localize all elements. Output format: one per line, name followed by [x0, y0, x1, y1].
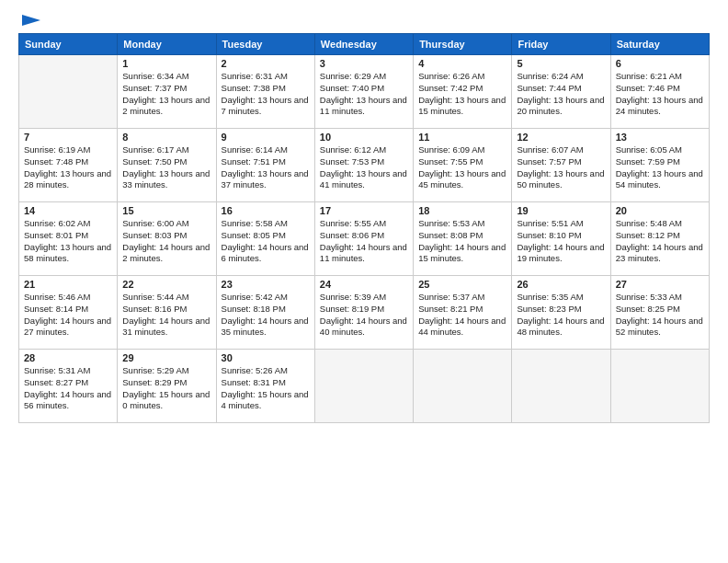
sunset-text: Sunset: 7:59 PM	[616, 156, 704, 168]
day-number: 14	[24, 205, 112, 216]
calendar-cell: 30 Sunrise: 5:26 AM Sunset: 8:31 PM Dayl…	[216, 350, 314, 423]
calendar-cell: 20 Sunrise: 5:48 AM Sunset: 8:12 PM Dayl…	[610, 202, 709, 276]
day-number: 11	[418, 132, 506, 143]
page: Sunday Monday Tuesday Wednesday Thursday…	[0, 0, 728, 563]
sunrise-text: Sunrise: 5:46 AM	[24, 292, 112, 304]
sunset-text: Sunset: 8:16 PM	[122, 304, 210, 316]
calendar-cell: 1 Sunrise: 6:34 AM Sunset: 7:37 PM Dayli…	[118, 55, 216, 129]
sunset-text: Sunset: 7:51 PM	[222, 156, 310, 168]
calendar-cell: 5 Sunrise: 6:24 AM Sunset: 7:44 PM Dayli…	[512, 55, 610, 129]
calendar: Sunday Monday Tuesday Wednesday Thursday…	[18, 33, 710, 423]
calendar-cell: 27 Sunrise: 5:33 AM Sunset: 8:25 PM Dayl…	[610, 276, 709, 350]
sunrise-text: Sunrise: 6:07 AM	[517, 144, 605, 156]
sunrise-text: Sunrise: 6:02 AM	[24, 218, 112, 230]
day-number: 18	[418, 205, 506, 216]
calendar-cell: 2 Sunrise: 6:31 AM Sunset: 7:38 PM Dayli…	[216, 55, 314, 129]
day-number: 25	[418, 279, 506, 290]
daylight-text: Daylight: 14 hours and 40 minutes.	[320, 316, 408, 339]
day-number: 21	[24, 279, 112, 290]
calendar-cell: 25 Sunrise: 5:37 AM Sunset: 8:21 PM Dayl…	[414, 276, 512, 350]
sunset-text: Sunset: 8:03 PM	[122, 230, 210, 242]
sunrise-text: Sunrise: 6:09 AM	[418, 144, 506, 156]
sunrise-text: Sunrise: 5:42 AM	[222, 292, 310, 304]
sunrise-text: Sunrise: 5:33 AM	[616, 292, 704, 304]
day-number: 6	[616, 58, 704, 69]
day-number: 3	[320, 58, 408, 69]
sunrise-text: Sunrise: 5:26 AM	[222, 365, 310, 377]
daylight-text: Daylight: 14 hours and 35 minutes.	[222, 316, 310, 339]
sunrise-text: Sunrise: 6:21 AM	[616, 71, 704, 83]
calendar-cell: 9 Sunrise: 6:14 AM Sunset: 7:51 PM Dayli…	[216, 129, 314, 202]
sunrise-text: Sunrise: 5:53 AM	[418, 218, 506, 230]
day-number: 23	[222, 279, 310, 290]
calendar-cell: 10 Sunrise: 6:12 AM Sunset: 7:53 PM Dayl…	[314, 129, 413, 202]
calendar-cell: 21 Sunrise: 5:46 AM Sunset: 8:14 PM Dayl…	[19, 276, 118, 350]
header-tuesday: Tuesday	[216, 34, 314, 55]
calendar-cell	[314, 350, 413, 423]
calendar-cell: 28 Sunrise: 5:31 AM Sunset: 8:27 PM Dayl…	[19, 350, 118, 423]
svg-marker-0	[22, 15, 40, 26]
calendar-cell: 24 Sunrise: 5:39 AM Sunset: 8:19 PM Dayl…	[314, 276, 413, 350]
sunrise-text: Sunrise: 6:29 AM	[320, 71, 408, 83]
sunset-text: Sunset: 8:31 PM	[222, 377, 310, 389]
sunset-text: Sunset: 7:42 PM	[418, 83, 506, 95]
calendar-cell: 7 Sunrise: 6:19 AM Sunset: 7:48 PM Dayli…	[19, 129, 118, 202]
calendar-cell	[512, 350, 610, 423]
daylight-text: Daylight: 13 hours and 15 minutes.	[418, 95, 506, 119]
sunset-text: Sunset: 8:27 PM	[24, 377, 112, 389]
calendar-cell: 18 Sunrise: 5:53 AM Sunset: 8:08 PM Dayl…	[414, 202, 512, 276]
sunrise-text: Sunrise: 6:19 AM	[24, 144, 112, 156]
calendar-cell: 12 Sunrise: 6:07 AM Sunset: 7:57 PM Dayl…	[512, 129, 610, 202]
sunset-text: Sunset: 8:25 PM	[616, 304, 704, 316]
day-number: 30	[222, 352, 310, 363]
daylight-text: Daylight: 14 hours and 48 minutes.	[517, 316, 605, 339]
calendar-cell	[610, 350, 709, 423]
day-number: 1	[122, 58, 210, 69]
day-number: 13	[616, 132, 704, 143]
daylight-text: Daylight: 14 hours and 27 minutes.	[24, 316, 112, 339]
daylight-text: Daylight: 14 hours and 2 minutes.	[122, 242, 210, 266]
sunset-text: Sunset: 8:05 PM	[222, 230, 310, 242]
day-number: 7	[24, 132, 112, 143]
calendar-cell	[414, 350, 512, 423]
day-number: 26	[517, 279, 605, 290]
daylight-text: Daylight: 14 hours and 23 minutes.	[616, 242, 704, 266]
calendar-cell: 19 Sunrise: 5:51 AM Sunset: 8:10 PM Dayl…	[512, 202, 610, 276]
header-saturday: Saturday	[610, 34, 709, 55]
header-friday: Friday	[512, 34, 610, 55]
daylight-text: Daylight: 15 hours and 4 minutes.	[222, 389, 310, 413]
sunset-text: Sunset: 8:29 PM	[122, 377, 210, 389]
daylight-text: Daylight: 13 hours and 7 minutes.	[222, 95, 310, 119]
daylight-text: Daylight: 13 hours and 33 minutes.	[122, 168, 210, 192]
sunrise-text: Sunrise: 5:51 AM	[517, 218, 605, 230]
sunrise-text: Sunrise: 6:17 AM	[122, 144, 210, 156]
day-number: 5	[517, 58, 605, 69]
calendar-week-row: 14 Sunrise: 6:02 AM Sunset: 8:01 PM Dayl…	[19, 202, 710, 276]
sunset-text: Sunset: 8:18 PM	[222, 304, 310, 316]
daylight-text: Daylight: 13 hours and 28 minutes.	[24, 168, 112, 192]
sunrise-text: Sunrise: 5:37 AM	[418, 292, 506, 304]
daylight-text: Daylight: 13 hours and 20 minutes.	[517, 95, 605, 119]
daylight-text: Daylight: 13 hours and 24 minutes.	[616, 95, 704, 119]
calendar-week-row: 7 Sunrise: 6:19 AM Sunset: 7:48 PM Dayli…	[19, 129, 710, 202]
sunrise-text: Sunrise: 6:34 AM	[122, 71, 210, 83]
calendar-header-row: Sunday Monday Tuesday Wednesday Thursday…	[19, 34, 710, 55]
calendar-cell: 16 Sunrise: 5:58 AM Sunset: 8:05 PM Dayl…	[216, 202, 314, 276]
calendar-cell: 14 Sunrise: 6:02 AM Sunset: 8:01 PM Dayl…	[19, 202, 118, 276]
sunset-text: Sunset: 7:46 PM	[616, 83, 704, 95]
sunset-text: Sunset: 8:14 PM	[24, 304, 112, 316]
calendar-cell: 13 Sunrise: 6:05 AM Sunset: 7:59 PM Dayl…	[610, 129, 709, 202]
day-number: 15	[122, 205, 210, 216]
daylight-text: Daylight: 14 hours and 31 minutes.	[122, 316, 210, 339]
sunrise-text: Sunrise: 6:00 AM	[122, 218, 210, 230]
day-number: 24	[320, 279, 408, 290]
sunrise-text: Sunrise: 6:31 AM	[222, 71, 310, 83]
sunset-text: Sunset: 8:06 PM	[320, 230, 408, 242]
sunrise-text: Sunrise: 6:12 AM	[320, 144, 408, 156]
sunrise-text: Sunrise: 5:31 AM	[24, 365, 112, 377]
day-number: 9	[222, 132, 310, 143]
daylight-text: Daylight: 13 hours and 41 minutes.	[320, 168, 408, 192]
day-number: 8	[122, 132, 210, 143]
day-number: 29	[122, 352, 210, 363]
daylight-text: Daylight: 13 hours and 54 minutes.	[616, 168, 704, 192]
